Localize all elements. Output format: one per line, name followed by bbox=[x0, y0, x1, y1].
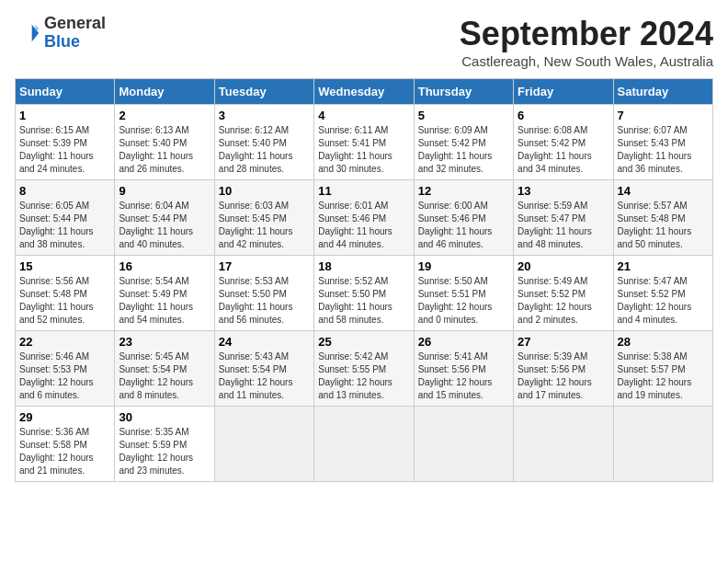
day-info: Sunrise: 6:04 AM Sunset: 5:44 PM Dayligh… bbox=[119, 200, 210, 251]
calendar-cell: 1Sunrise: 6:15 AM Sunset: 5:39 PM Daylig… bbox=[16, 105, 115, 180]
day-number: 6 bbox=[518, 109, 609, 122]
calendar-table: SundayMondayTuesdayWednesdayThursdayFrid… bbox=[15, 78, 713, 482]
day-info: Sunrise: 5:47 AM Sunset: 5:52 PM Dayligh… bbox=[618, 275, 709, 327]
week-row-5: 29Sunrise: 5:36 AM Sunset: 5:58 PM Dayli… bbox=[16, 407, 713, 482]
day-number: 13 bbox=[518, 184, 609, 198]
calendar-cell: 23Sunrise: 5:45 AM Sunset: 5:54 PM Dayli… bbox=[115, 331, 214, 407]
day-info: Sunrise: 6:15 AM Sunset: 5:39 PM Dayligh… bbox=[19, 124, 110, 176]
day-number: 27 bbox=[518, 335, 609, 349]
calendar-cell: 11Sunrise: 6:01 AM Sunset: 5:46 PM Dayli… bbox=[314, 180, 414, 256]
day-info: Sunrise: 5:46 AM Sunset: 5:53 PM Dayligh… bbox=[19, 350, 110, 402]
day-info: Sunrise: 5:50 AM Sunset: 5:51 PM Dayligh… bbox=[418, 275, 509, 327]
day-info: Sunrise: 6:08 AM Sunset: 5:42 PM Dayligh… bbox=[518, 124, 609, 176]
header-thursday: Thursday bbox=[414, 79, 513, 105]
logo-general-text: General bbox=[44, 14, 106, 32]
day-info: Sunrise: 6:13 AM Sunset: 5:40 PM Dayligh… bbox=[119, 124, 210, 176]
day-number: 2 bbox=[119, 109, 210, 122]
day-info: Sunrise: 5:39 AM Sunset: 5:56 PM Dayligh… bbox=[518, 350, 609, 402]
calendar-cell: 15Sunrise: 5:56 AM Sunset: 5:48 PM Dayli… bbox=[16, 256, 115, 331]
day-number: 4 bbox=[318, 109, 409, 122]
day-info: Sunrise: 5:54 AM Sunset: 5:49 PM Dayligh… bbox=[119, 275, 210, 327]
calendar-cell: 9Sunrise: 6:04 AM Sunset: 5:44 PM Daylig… bbox=[115, 180, 214, 256]
day-number: 10 bbox=[219, 184, 310, 198]
days-header-row: SundayMondayTuesdayWednesdayThursdayFrid… bbox=[16, 79, 713, 105]
calendar-cell: 17Sunrise: 5:53 AM Sunset: 5:50 PM Dayli… bbox=[214, 256, 313, 331]
day-number: 14 bbox=[618, 184, 709, 198]
day-info: Sunrise: 5:43 AM Sunset: 5:54 PM Dayligh… bbox=[219, 350, 310, 402]
calendar-cell: 2Sunrise: 6:13 AM Sunset: 5:40 PM Daylig… bbox=[115, 105, 214, 180]
header-saturday: Saturday bbox=[613, 79, 712, 105]
day-number: 15 bbox=[19, 259, 110, 273]
day-info: Sunrise: 5:52 AM Sunset: 5:50 PM Dayligh… bbox=[318, 275, 409, 327]
day-info: Sunrise: 5:36 AM Sunset: 5:58 PM Dayligh… bbox=[19, 426, 110, 477]
day-info: Sunrise: 6:09 AM Sunset: 5:42 PM Dayligh… bbox=[418, 124, 509, 176]
day-number: 22 bbox=[19, 335, 110, 349]
day-number: 24 bbox=[219, 335, 310, 349]
day-info: Sunrise: 6:00 AM Sunset: 5:46 PM Dayligh… bbox=[418, 200, 509, 251]
calendar-cell: 22Sunrise: 5:46 AM Sunset: 5:53 PM Dayli… bbox=[16, 331, 115, 407]
day-info: Sunrise: 5:59 AM Sunset: 5:47 PM Dayligh… bbox=[518, 200, 609, 251]
calendar-cell: 5Sunrise: 6:09 AM Sunset: 5:42 PM Daylig… bbox=[414, 105, 513, 180]
calendar-cell: 8Sunrise: 6:05 AM Sunset: 5:44 PM Daylig… bbox=[16, 180, 115, 256]
day-info: Sunrise: 5:57 AM Sunset: 5:48 PM Dayligh… bbox=[618, 200, 709, 251]
header-tuesday: Tuesday bbox=[214, 79, 313, 105]
calendar-cell: 30Sunrise: 5:35 AM Sunset: 5:59 PM Dayli… bbox=[115, 407, 214, 482]
week-row-3: 15Sunrise: 5:56 AM Sunset: 5:48 PM Dayli… bbox=[16, 256, 713, 331]
day-info: Sunrise: 5:41 AM Sunset: 5:56 PM Dayligh… bbox=[418, 350, 509, 402]
logo-blue-text: Blue bbox=[44, 32, 80, 51]
day-number: 21 bbox=[618, 259, 709, 273]
calendar-cell: 16Sunrise: 5:54 AM Sunset: 5:49 PM Dayli… bbox=[115, 256, 214, 331]
calendar-cell: 14Sunrise: 5:57 AM Sunset: 5:48 PM Dayli… bbox=[613, 180, 712, 256]
month-title: September 2024 bbox=[460, 15, 713, 53]
calendar-cell: 25Sunrise: 5:42 AM Sunset: 5:55 PM Dayli… bbox=[314, 331, 414, 407]
day-number: 9 bbox=[119, 184, 210, 198]
day-info: Sunrise: 6:11 AM Sunset: 5:41 PM Dayligh… bbox=[318, 124, 409, 176]
logo: General Blue bbox=[15, 15, 106, 52]
day-info: Sunrise: 6:01 AM Sunset: 5:46 PM Dayligh… bbox=[318, 200, 409, 251]
calendar-cell: 29Sunrise: 5:36 AM Sunset: 5:58 PM Dayli… bbox=[16, 407, 115, 482]
calendar-cell: 19Sunrise: 5:50 AM Sunset: 5:51 PM Dayli… bbox=[414, 256, 513, 331]
day-number: 8 bbox=[19, 184, 110, 198]
day-number: 29 bbox=[19, 410, 110, 424]
day-info: Sunrise: 5:49 AM Sunset: 5:52 PM Dayligh… bbox=[518, 275, 609, 327]
calendar-cell bbox=[314, 407, 414, 482]
day-number: 25 bbox=[318, 335, 409, 349]
header-wednesday: Wednesday bbox=[314, 79, 414, 105]
calendar-cell: 27Sunrise: 5:39 AM Sunset: 5:56 PM Dayli… bbox=[514, 331, 613, 407]
subtitle: Castlereagh, New South Wales, Australia bbox=[460, 53, 713, 69]
day-number: 19 bbox=[418, 259, 509, 273]
day-number: 17 bbox=[219, 259, 310, 273]
calendar-cell: 13Sunrise: 5:59 AM Sunset: 5:47 PM Dayli… bbox=[514, 180, 613, 256]
calendar-cell: 3Sunrise: 6:12 AM Sunset: 5:40 PM Daylig… bbox=[214, 105, 313, 180]
day-info: Sunrise: 5:35 AM Sunset: 5:59 PM Dayligh… bbox=[119, 426, 210, 477]
day-info: Sunrise: 5:53 AM Sunset: 5:50 PM Dayligh… bbox=[219, 275, 310, 327]
week-row-1: 1Sunrise: 6:15 AM Sunset: 5:39 PM Daylig… bbox=[16, 105, 713, 180]
day-number: 7 bbox=[618, 109, 709, 122]
header: General Blue September 2024 Castlereagh,… bbox=[15, 15, 713, 69]
calendar-cell: 20Sunrise: 5:49 AM Sunset: 5:52 PM Dayli… bbox=[514, 256, 613, 331]
day-number: 20 bbox=[518, 259, 609, 273]
day-number: 28 bbox=[618, 335, 709, 349]
day-number: 26 bbox=[418, 335, 509, 349]
calendar-cell: 18Sunrise: 5:52 AM Sunset: 5:50 PM Dayli… bbox=[314, 256, 414, 331]
day-number: 16 bbox=[119, 259, 210, 273]
title-section: September 2024 Castlereagh, New South Wa… bbox=[460, 15, 713, 69]
day-info: Sunrise: 5:56 AM Sunset: 5:48 PM Dayligh… bbox=[19, 275, 110, 327]
calendar-cell bbox=[613, 407, 712, 482]
day-info: Sunrise: 5:38 AM Sunset: 5:57 PM Dayligh… bbox=[618, 350, 709, 402]
calendar-cell bbox=[414, 407, 513, 482]
day-number: 23 bbox=[119, 335, 210, 349]
header-sunday: Sunday bbox=[16, 79, 115, 105]
calendar-cell: 12Sunrise: 6:00 AM Sunset: 5:46 PM Dayli… bbox=[414, 180, 513, 256]
calendar-cell: 26Sunrise: 5:41 AM Sunset: 5:56 PM Dayli… bbox=[414, 331, 513, 407]
calendar-cell: 10Sunrise: 6:03 AM Sunset: 5:45 PM Dayli… bbox=[214, 180, 313, 256]
logo-icon bbox=[15, 20, 40, 46]
calendar-cell: 7Sunrise: 6:07 AM Sunset: 5:43 PM Daylig… bbox=[613, 105, 712, 180]
calendar-cell: 21Sunrise: 5:47 AM Sunset: 5:52 PM Dayli… bbox=[613, 256, 712, 331]
header-monday: Monday bbox=[115, 79, 214, 105]
day-info: Sunrise: 6:12 AM Sunset: 5:40 PM Dayligh… bbox=[219, 124, 310, 176]
calendar-cell: 6Sunrise: 6:08 AM Sunset: 5:42 PM Daylig… bbox=[514, 105, 613, 180]
calendar-cell: 4Sunrise: 6:11 AM Sunset: 5:41 PM Daylig… bbox=[314, 105, 414, 180]
week-row-2: 8Sunrise: 6:05 AM Sunset: 5:44 PM Daylig… bbox=[16, 180, 713, 256]
day-info: Sunrise: 6:03 AM Sunset: 5:45 PM Dayligh… bbox=[219, 200, 310, 251]
